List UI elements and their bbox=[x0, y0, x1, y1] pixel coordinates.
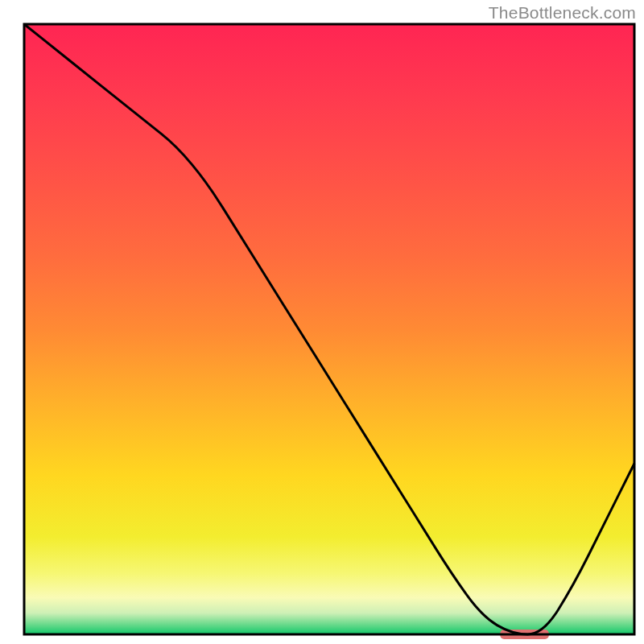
watermark-text: TheBottleneck.com bbox=[489, 3, 636, 23]
plot-background bbox=[24, 24, 634, 634]
bottleneck-chart bbox=[0, 0, 644, 644]
